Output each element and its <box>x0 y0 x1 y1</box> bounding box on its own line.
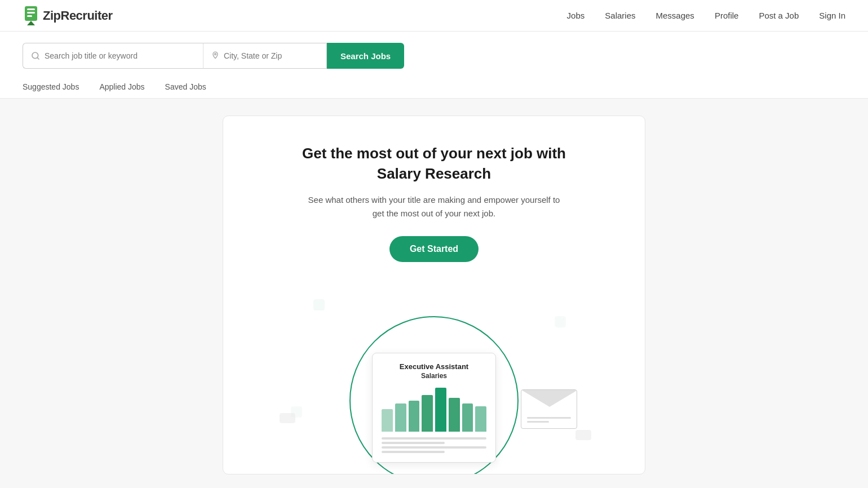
envelope-lines <box>527 417 571 423</box>
svg-point-7 <box>215 54 216 55</box>
bar-chart-bar <box>435 388 446 432</box>
envelope-line-1 <box>527 417 571 419</box>
logo-text: ZipRecruiter <box>43 8 113 23</box>
salary-bar-chart <box>382 387 486 432</box>
tab-applied-jobs[interactable]: Applied Jobs <box>99 77 153 98</box>
bar-chart-bar <box>475 406 486 432</box>
logo-link[interactable]: ZipRecruiter <box>23 6 113 25</box>
location-search-input[interactable]: Austin, TX <box>224 51 318 60</box>
salary-card-lines <box>382 437 486 453</box>
svg-rect-2 <box>27 12 35 14</box>
deco-coin-2 <box>575 430 591 440</box>
job-search-input[interactable] <box>45 51 195 60</box>
nav-jobs[interactable]: Jobs <box>567 11 585 20</box>
envelope-flap <box>521 390 577 407</box>
nav-profile[interactable]: Profile <box>715 11 739 20</box>
tab-saved-jobs[interactable]: Saved Jobs <box>165 77 215 98</box>
search-row: Austin, TX Search Jobs <box>23 43 530 69</box>
card-line-2 <box>382 442 445 444</box>
envelope-decoration <box>521 389 577 429</box>
deco-dot-2 <box>555 316 566 327</box>
nav-links: Jobs Salaries Messages Profile Post a Jo… <box>567 11 845 21</box>
salary-research-card: Executive Assistant Salaries <box>372 353 496 463</box>
promo-card: Get the most out of your next job with S… <box>223 116 645 474</box>
promo-title: Get the most out of your next job with S… <box>246 143 622 184</box>
ziprecruiter-logo-icon <box>23 6 39 25</box>
nav-post-job[interactable]: Post a Job <box>759 11 799 20</box>
main-content: Get the most out of your next job with S… <box>0 99 868 488</box>
bar-chart-bar <box>449 398 460 432</box>
search-jobs-button[interactable]: Search Jobs <box>327 43 404 69</box>
card-line-3 <box>382 446 486 449</box>
envelope-body <box>521 389 577 429</box>
tabs-row: Suggested Jobs Applied Jobs Saved Jobs <box>23 77 530 98</box>
bar-chart-bar <box>395 403 406 432</box>
salary-card-subtitle: Salaries <box>382 372 486 380</box>
salary-illustration: Executive Assistant Salaries <box>246 282 622 474</box>
nav-sign-in[interactable]: Sign In <box>819 11 845 20</box>
job-search-wrap <box>23 43 203 69</box>
nav-salaries[interactable]: Salaries <box>605 11 635 20</box>
svg-rect-3 <box>27 15 32 17</box>
promo-subtitle: See what others with your title are maki… <box>246 193 622 220</box>
bar-chart-bar <box>422 395 433 432</box>
svg-rect-1 <box>27 8 35 10</box>
envelope-line-2 <box>527 421 549 423</box>
svg-marker-4 <box>27 21 35 25</box>
nav-messages[interactable]: Messages <box>656 11 694 20</box>
tab-suggested-jobs[interactable]: Suggested Jobs <box>23 77 88 98</box>
search-area: Austin, TX Search Jobs Suggested Jobs Ap… <box>0 32 868 99</box>
card-line-4 <box>382 451 445 453</box>
search-icon <box>31 51 40 60</box>
bar-chart-bar <box>409 401 420 432</box>
bar-chart-bar <box>462 403 473 432</box>
card-line-1 <box>382 437 486 440</box>
location-search-wrap: Austin, TX <box>203 43 327 69</box>
navbar: ZipRecruiter Jobs Salaries Messages Prof… <box>0 0 868 32</box>
location-pin-icon <box>211 51 219 60</box>
svg-line-6 <box>37 57 39 59</box>
get-started-button[interactable]: Get Started <box>389 236 479 262</box>
bar-chart-bar <box>382 409 393 432</box>
salary-card-title: Executive Assistant <box>382 362 486 371</box>
deco-dot-1 <box>313 299 325 310</box>
deco-coin-1 <box>280 413 295 423</box>
